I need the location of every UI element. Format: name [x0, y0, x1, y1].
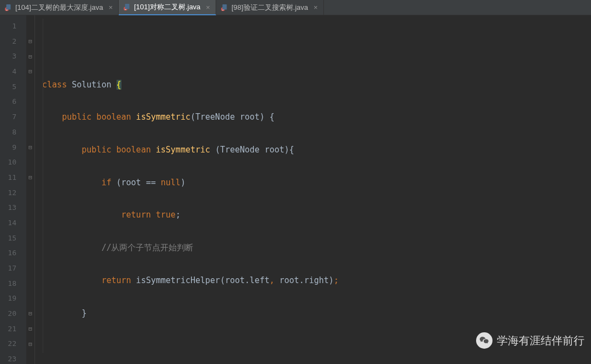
line-number: 15 — [0, 231, 26, 246]
code-line — [35, 45, 591, 60]
fold-spacer — [26, 276, 34, 291]
code-content[interactable]: class Solution { public boolean isSymmet… — [35, 15, 591, 364]
watermark: 学海有涯结伴前行 — [476, 332, 584, 349]
svg-rect-5 — [125, 4, 129, 9]
java-file-icon: J — [221, 4, 228, 11]
line-number: 18 — [0, 276, 26, 291]
line-number: 19 — [0, 291, 26, 306]
fold-close-icon[interactable]: ⊟ — [26, 336, 34, 351]
tab-file-98[interactable]: J [98]验证二叉搜索树.java × — [216, 0, 324, 15]
fold-open-icon[interactable]: ⊟ — [26, 170, 34, 185]
line-number: 11 — [0, 170, 26, 185]
fold-column: ⊟⊟⊟⊟⊟⊟⊟⊟ — [26, 15, 35, 364]
code-line: public boolean isSymmetric (TreeNode roo… — [35, 143, 591, 158]
line-number: 14 — [0, 215, 26, 231]
code-line: return isSymmetricHelper(root.left, root… — [35, 273, 591, 289]
java-file-icon: J — [123, 3, 131, 11]
tab-label: [104]二叉树的最大深度.java — [15, 3, 103, 13]
code-line: public boolean isSymmetric(TreeNode root… — [35, 110, 591, 125]
line-number: 10 — [0, 155, 26, 170]
fold-spacer — [26, 261, 34, 276]
line-number: 2 — [0, 34, 26, 49]
line-number: 16 — [0, 245, 26, 261]
line-number: 9 — [0, 140, 26, 155]
fold-spacer — [26, 291, 34, 306]
line-number: 7 — [0, 109, 26, 125]
close-icon[interactable]: × — [314, 3, 318, 11]
line-number: 8 — [0, 125, 26, 140]
tab-label: [98]验证二叉搜索树.java — [231, 3, 308, 13]
line-number: 1 — [0, 19, 26, 34]
tab-file-104[interactable]: J [104]二叉树的最大深度.java × — [0, 0, 119, 15]
line-number: 17 — [0, 261, 26, 276]
tab-label: [101]对称二叉树.java — [134, 2, 200, 12]
line-number: 6 — [0, 94, 26, 109]
fold-spacer — [26, 351, 34, 364]
line-number: 4 — [0, 64, 26, 79]
fold-close-icon[interactable]: ⊟ — [26, 140, 34, 155]
fold-spacer — [26, 155, 34, 170]
fold-spacer — [26, 109, 34, 125]
tab-file-101[interactable]: J [101]对称二叉树.java × — [119, 0, 216, 15]
svg-rect-8 — [222, 4, 227, 9]
code-line: class Solution { — [35, 78, 591, 93]
fold-spacer — [26, 79, 34, 95]
fold-spacer — [26, 94, 34, 109]
editor-tab-bar: J [104]二叉树的最大深度.java × J [101]对称二叉树.java… — [0, 0, 591, 15]
line-number: 23 — [0, 351, 26, 364]
line-number: 22 — [0, 336, 26, 351]
line-number-gutter: 1234567891011121314151617181920212223 — [0, 15, 26, 364]
code-line: if (root == null) — [35, 175, 591, 191]
fold-spacer — [26, 215, 34, 231]
fold-spacer — [26, 125, 34, 140]
fold-spacer — [26, 245, 34, 261]
wechat-icon — [476, 332, 493, 349]
java-file-icon: J — [4, 4, 12, 11]
fold-spacer — [26, 200, 34, 215]
code-line: return true; — [35, 208, 591, 223]
line-number: 3 — [0, 49, 26, 64]
code-editor: 1234567891011121314151617181920212223 ⊟⊟… — [0, 15, 591, 364]
line-number: 5 — [0, 79, 26, 95]
fold-spacer — [26, 19, 34, 34]
code-line: //从两个子节点开始判断 — [35, 240, 591, 256]
fold-spacer — [26, 231, 34, 246]
svg-rect-2 — [7, 4, 11, 9]
fold-open-icon[interactable]: ⊟ — [26, 49, 34, 64]
fold-open-icon[interactable]: ⊟ — [26, 34, 34, 49]
fold-close-icon[interactable]: ⊟ — [26, 306, 34, 321]
close-icon[interactable]: × — [108, 3, 113, 11]
line-number: 21 — [0, 321, 26, 337]
fold-close-icon[interactable]: ⊟ — [26, 321, 34, 337]
watermark-text: 学海有涯结伴前行 — [497, 333, 584, 348]
line-number: 12 — [0, 185, 26, 201]
close-icon[interactable]: × — [206, 3, 210, 11]
fold-spacer — [26, 185, 34, 201]
code-line: } — [35, 306, 591, 321]
line-number: 13 — [0, 200, 26, 215]
line-number: 20 — [0, 306, 26, 321]
fold-open-icon[interactable]: ⊟ — [26, 64, 34, 79]
